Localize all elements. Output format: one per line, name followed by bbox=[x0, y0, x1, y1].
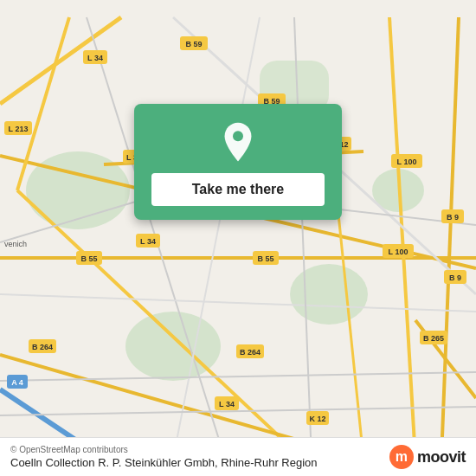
svg-text:B 9: B 9 bbox=[447, 213, 459, 222]
svg-text:L 34: L 34 bbox=[219, 400, 235, 408]
moovit-m-icon: m bbox=[389, 445, 414, 469]
svg-line-9 bbox=[441, 17, 459, 459]
take-me-there-button[interactable]: Take me there bbox=[151, 173, 325, 206]
svg-text:A 4: A 4 bbox=[11, 378, 23, 387]
svg-text:B 9: B 9 bbox=[449, 273, 461, 282]
road-layer: B 59 B 59 L 34 L 34 L 34 L 213 L 31 L 10… bbox=[0, 0, 476, 476]
moovit-text: moovit bbox=[417, 448, 466, 466]
svg-text:B 265: B 265 bbox=[423, 334, 444, 343]
svg-text:L 34: L 34 bbox=[87, 54, 103, 62]
bottom-bar: © OpenStreetMap contributors Coelln Coll… bbox=[0, 437, 476, 476]
svg-text:L 34: L 34 bbox=[140, 237, 156, 246]
location-pin-icon bbox=[217, 121, 259, 163]
svg-text:B 55: B 55 bbox=[80, 254, 97, 263]
svg-line-8 bbox=[389, 17, 415, 459]
attribution-text: © OpenStreetMap contributors bbox=[10, 445, 318, 454]
location-name: Coelln Collection R. P. Steinkühler Gmbh… bbox=[10, 456, 318, 469]
map-container: B 59 B 59 L 34 L 34 L 34 L 213 L 31 L 10… bbox=[0, 0, 476, 476]
location-card: Take me there bbox=[134, 104, 342, 220]
svg-text:L 100: L 100 bbox=[389, 248, 408, 256]
moovit-logo: m moovit bbox=[389, 445, 466, 469]
svg-line-12 bbox=[17, 190, 303, 459]
svg-text:B 264: B 264 bbox=[32, 343, 53, 351]
svg-text:K 12: K 12 bbox=[309, 415, 325, 423]
svg-line-20 bbox=[173, 17, 260, 459]
attribution-left: © OpenStreetMap contributors Coelln Coll… bbox=[10, 445, 318, 469]
svg-text:L 100: L 100 bbox=[397, 158, 417, 166]
svg-text:venich: venich bbox=[4, 240, 27, 248]
svg-point-67 bbox=[233, 131, 243, 141]
svg-text:L 213: L 213 bbox=[9, 125, 29, 133]
svg-text:B 264: B 264 bbox=[240, 348, 261, 357]
svg-text:B 55: B 55 bbox=[257, 254, 273, 263]
svg-point-2 bbox=[290, 264, 368, 325]
svg-text:B 59: B 59 bbox=[185, 40, 202, 48]
